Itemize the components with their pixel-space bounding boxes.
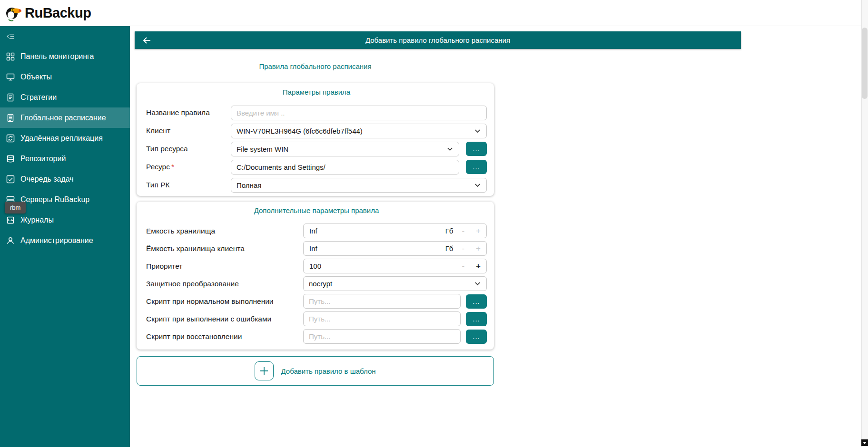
page-title: Правила глобального расписания: [137, 62, 494, 70]
brand-part-ru: Ru: [25, 5, 43, 20]
resource-type-browse-button[interactable]: ...: [466, 142, 487, 156]
storage-capacity-label: Ёмкость хранилища: [146, 227, 303, 235]
backup-type-select[interactable]: Полная: [231, 178, 487, 193]
script-restore-label: Скрипт при восстановлении: [146, 332, 303, 341]
client-capacity-stepper: Гб - +: [303, 241, 487, 256]
resource-input[interactable]: [231, 160, 459, 175]
sidebar-item-label: Объекты: [20, 73, 52, 81]
resource-type-select[interactable]: File system WIN: [231, 142, 459, 156]
add-rule-label: Добавить правило в шаблон: [281, 367, 375, 375]
sidebar-item-dashboard[interactable]: Панель мониторинга: [0, 46, 130, 67]
add-rule-to-template-button[interactable]: Добавить правило в шаблон: [137, 356, 494, 386]
form-row-client-capacity: Ёмкость хранилища клиента Гб - +: [146, 240, 487, 257]
script-error-label: Скрипт при выполнении с ошибками: [146, 315, 303, 323]
script-normal-browse-button[interactable]: ...: [466, 294, 487, 309]
sidebar-item-label: Журналы: [20, 216, 54, 224]
resource-type-label: Тип ресурса: [146, 145, 231, 153]
sidebar-item-label: Серверы RuBackup: [20, 195, 89, 204]
back-button[interactable]: [135, 31, 159, 49]
arrow-left-icon: [142, 35, 152, 46]
required-asterisk: *: [171, 163, 174, 171]
priority-label: Приоритет: [146, 262, 303, 271]
script-restore-browse-button[interactable]: ...: [466, 330, 487, 344]
triangle-down-icon: [863, 442, 867, 444]
unit-label: Гб: [445, 227, 454, 235]
form-row-rule-name: Название правила: [146, 104, 487, 122]
rbm-tooltip: rbm: [5, 202, 26, 214]
additional-parameters-card: Дополнительные параметры правила Ёмкость…: [137, 202, 494, 350]
rubackup-logo: RuBackup: [0, 0, 130, 26]
backup-type-label: Тип РК: [146, 181, 231, 189]
resource-label: Ресурс*: [146, 163, 231, 171]
strategies-document-icon: [6, 93, 15, 102]
sidebar: RuBackup Панель мониторинга: [0, 0, 130, 447]
sidebar-item-objects[interactable]: Объекты: [0, 67, 130, 87]
vertical-scrollbar[interactable]: [861, 0, 868, 447]
sidebar-item-repository[interactable]: Репозиторий: [0, 148, 130, 169]
sidebar-item-label: Репозиторий: [20, 155, 66, 163]
decrement-button[interactable]: -: [462, 244, 464, 253]
top-whitespace-bar: [130, 0, 868, 26]
collapse-sidebar-icon[interactable]: [7, 32, 15, 40]
storage-capacity-input[interactable]: [309, 227, 445, 235]
script-restore-input[interactable]: [303, 329, 461, 344]
sidebar-item-global-schedule[interactable]: Глобальное расписание: [0, 107, 130, 128]
increment-button[interactable]: +: [476, 262, 481, 270]
backup-type-select-value: Полная: [237, 181, 261, 189]
rule-name-input[interactable]: [231, 106, 487, 120]
dashboard-icon: [6, 52, 15, 61]
crypt-select[interactable]: nocrypt: [303, 276, 487, 291]
increment-button[interactable]: +: [476, 227, 481, 235]
administration-user-icon: [6, 236, 15, 245]
form-row-crypt: Защитное преобразование nocrypt: [146, 275, 487, 292]
script-normal-input[interactable]: [303, 294, 461, 309]
form-row-script-normal: Скрипт при нормальном выполнении ...: [146, 292, 487, 310]
script-error-input[interactable]: [303, 311, 461, 326]
form-row-priority: Приоритет - +: [146, 257, 487, 275]
sidebar-item-label: Очередь задач: [20, 175, 74, 184]
toucan-logo-icon: [4, 4, 23, 23]
task-queue-icon: [6, 175, 15, 184]
form-row-script-error: Скрипт при выполнении с ошибками ...: [146, 310, 487, 328]
card-title: Дополнительные параметры правила: [146, 206, 487, 216]
decrement-button[interactable]: -: [462, 262, 464, 270]
sidebar-menu: Панель мониторинга Объекты Стратегии: [0, 46, 130, 251]
sidebar-item-remote-replication[interactable]: Удалённая репликация: [0, 128, 130, 148]
scrollbar-thumb[interactable]: [862, 28, 868, 99]
repository-database-icon: [6, 154, 15, 164]
unit-label: Гб: [445, 244, 454, 253]
client-capacity-input[interactable]: [309, 244, 445, 253]
rule-name-label: Название правила: [146, 108, 231, 117]
client-capacity-label: Ёмкость хранилища клиента: [146, 244, 303, 253]
plus-icon: [255, 361, 274, 380]
crypt-label: Защитное преобразование: [146, 280, 303, 288]
monitor-icon: [6, 72, 15, 82]
form-row-backup-type: Тип РК Полная: [146, 176, 487, 194]
form-row-script-restore: Скрипт при восстановлении ...: [146, 328, 487, 345]
resource-type-select-value: File system WIN: [237, 145, 288, 153]
form-row-storage-capacity: Ёмкость хранилища Гб - +: [146, 222, 487, 240]
sidebar-item-label: Панель мониторинга: [20, 52, 94, 61]
priority-input[interactable]: [309, 262, 462, 270]
sidebar-item-label: Администрирование: [20, 236, 93, 245]
sidebar-item-label: Глобальное расписание: [20, 114, 106, 122]
dialog-header: Добавить правило глобального расписания: [135, 31, 741, 49]
scroll-down-button[interactable]: [861, 439, 868, 446]
sidebar-item-administration[interactable]: Администрирование: [0, 230, 130, 251]
chevron-down-icon: [446, 146, 454, 153]
sidebar-item-label: Удалённая репликация: [20, 134, 103, 143]
brand-part-backup: Backup: [43, 5, 91, 20]
chevron-down-icon: [474, 127, 481, 135]
client-select-value: WIN-V70RL3H964G (6fc6c6dfeb7ff544): [237, 127, 363, 135]
sidebar-item-task-queue[interactable]: Очередь задач: [0, 169, 130, 189]
increment-button[interactable]: +: [476, 244, 481, 253]
sidebar-item-strategies[interactable]: Стратегии: [0, 87, 130, 107]
client-select[interactable]: WIN-V70RL3H964G (6fc6c6dfeb7ff544): [231, 124, 487, 138]
main-content: Добавить правило глобального расписания …: [130, 0, 868, 447]
sidebar-item-label: Стратегии: [20, 93, 57, 102]
resource-browse-button[interactable]: ...: [466, 160, 487, 174]
form-row-resource-type: Тип ресурса File system WIN ...: [146, 140, 487, 158]
dialog-title: Добавить правило глобального расписания: [135, 36, 741, 44]
script-error-browse-button[interactable]: ...: [466, 312, 487, 326]
decrement-button[interactable]: -: [462, 227, 464, 235]
